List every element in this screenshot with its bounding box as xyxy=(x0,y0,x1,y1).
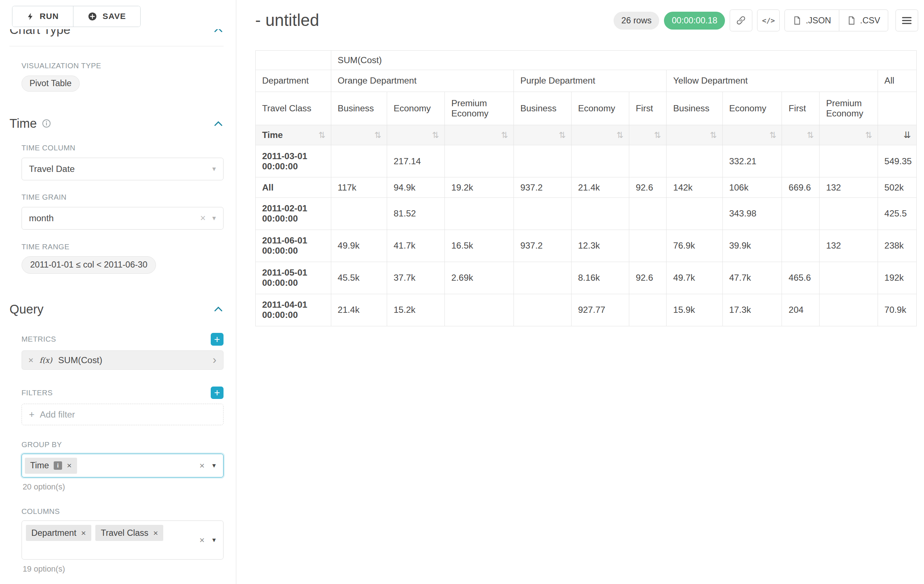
time-grain-control: TIME GRAIN month × ▾ xyxy=(21,193,223,230)
metric-option[interactable]: × f(x) SUM(Cost) › xyxy=(21,350,223,370)
chevron-right-icon[interactable]: › xyxy=(213,354,216,366)
metric-header-row: SUM(Cost) xyxy=(255,51,916,70)
table-row: 2011-02-01 00:00:0081.52343.98425.5 xyxy=(255,197,916,230)
value-cell xyxy=(513,145,571,178)
value-cell xyxy=(782,197,820,230)
sort-icon[interactable]: ⇅ xyxy=(654,131,661,140)
chevron-up-icon[interactable] xyxy=(213,29,223,35)
value-cell: 332.21 xyxy=(723,145,782,178)
chip-remove-icon[interactable]: × xyxy=(81,528,86,538)
info-icon xyxy=(42,119,51,128)
sort-cell: ⇅ xyxy=(629,125,667,145)
travel-class-dimension-label: Travel Class xyxy=(262,103,312,113)
row-label: 2011-05-01 00:00:00 xyxy=(255,262,331,294)
embed-code-button[interactable]: </> xyxy=(757,10,780,31)
query-section-header[interactable]: Query xyxy=(10,302,223,316)
time-range-control: TIME RANGE 2011-01-01 ≤ col < 2011-06-30 xyxy=(21,243,223,274)
columns-chip-department[interactable]: Department × xyxy=(26,525,91,541)
time-section-header[interactable]: Time xyxy=(10,117,223,131)
group-header-label: Purple Department xyxy=(520,76,595,86)
sort-icon[interactable]: ⇅ xyxy=(865,131,872,140)
class-header-label: First xyxy=(789,103,806,113)
export-csv-button[interactable]: .CSV xyxy=(839,10,888,31)
filters-label: FILTERS xyxy=(21,389,53,397)
time-grain-select[interactable]: month × ▾ xyxy=(21,207,223,230)
toolbar: RUN SAVE xyxy=(12,6,224,26)
menu-button[interactable] xyxy=(896,10,918,31)
value-cell xyxy=(629,145,667,178)
value-cell: 937.2 xyxy=(513,230,571,262)
chevron-up-icon[interactable] xyxy=(213,304,223,314)
value-cell: 49.7k xyxy=(667,262,723,294)
value-cell: 937.2 xyxy=(513,178,571,197)
run-button[interactable]: RUN xyxy=(12,6,73,26)
save-button[interactable]: SAVE xyxy=(73,6,140,26)
export-json-button[interactable]: .JSON xyxy=(784,10,839,31)
group-header-cell: Orange Department xyxy=(331,70,513,92)
chevron-up-icon[interactable] xyxy=(213,118,223,129)
query-timer-badge: 00:00:00.18 xyxy=(664,12,725,30)
chart-panel: - untitled 26 rows 00:00:00.18 </> .JSON xyxy=(236,0,924,584)
sort-icon[interactable]: ⇅ xyxy=(710,131,717,140)
clear-icon[interactable]: × xyxy=(200,212,206,224)
sort-icon[interactable]: ⇅ xyxy=(501,131,508,140)
sort-desc-icon[interactable]: ⇊ xyxy=(904,131,911,140)
value-cell: 927.77 xyxy=(571,294,629,326)
group-by-label-row: GROUP BY xyxy=(21,441,223,449)
time-range-value[interactable]: 2011-01-01 ≤ col < 2011-06-30 xyxy=(21,256,156,273)
section-divider xyxy=(10,46,223,46)
value-cell xyxy=(667,145,723,178)
department-dimension-cell: Department xyxy=(255,70,331,92)
value-cell: 15.2k xyxy=(387,294,444,326)
sort-icon[interactable]: ⇅ xyxy=(617,131,624,140)
value-cell: 502k xyxy=(878,178,916,197)
remove-metric-icon[interactable]: × xyxy=(28,355,34,365)
visualization-type-value[interactable]: Pivot Table xyxy=(21,76,79,92)
time-column-select[interactable]: Travel Date ▾ xyxy=(21,158,223,180)
group-by-select[interactable]: Time i × × ▼ xyxy=(21,454,223,477)
sort-icon[interactable]: ⇅ xyxy=(318,131,325,140)
class-header-label: Premium Economy xyxy=(451,98,488,118)
clear-icon[interactable]: × xyxy=(200,535,205,545)
caret-down-icon: ▾ xyxy=(212,165,216,173)
columns-label-row: COLUMNS xyxy=(21,507,223,516)
caret-down-icon[interactable]: ▼ xyxy=(211,462,217,469)
sort-icon[interactable]: ⇅ xyxy=(432,131,439,140)
chip-remove-icon[interactable]: × xyxy=(153,528,158,538)
group-by-options-hint: 20 option(s) xyxy=(23,482,223,492)
sort-icon[interactable]: ⇅ xyxy=(807,131,814,140)
class-header-label: Business xyxy=(520,103,557,113)
chip-remove-icon[interactable]: × xyxy=(67,461,72,470)
value-cell xyxy=(444,197,513,230)
value-cell xyxy=(820,294,878,326)
chip-label: Department xyxy=(31,528,76,538)
sort-icon[interactable]: ⇅ xyxy=(375,131,381,140)
value-cell: 41.7k xyxy=(387,230,444,262)
chart-title[interactable]: - untitled xyxy=(255,11,319,30)
add-filter-button[interactable]: + Add filter xyxy=(21,404,223,425)
sort-cell: ⇅ xyxy=(820,125,878,145)
columns-select[interactable]: Department × Travel Class × × ▼ xyxy=(21,520,223,560)
group-by-chip-time[interactable]: Time i × xyxy=(25,458,77,474)
sort-icon[interactable]: ⇅ xyxy=(769,131,776,140)
add-filter-plus-button[interactable]: + xyxy=(211,387,223,399)
add-metric-button[interactable]: + xyxy=(211,333,223,345)
visualization-type-control: VISUALIZATION TYPE Pivot Table xyxy=(21,62,223,92)
time-dimension-cell: Time⇅ xyxy=(255,125,331,145)
value-cell xyxy=(629,197,667,230)
value-cell: 2.69k xyxy=(444,262,513,294)
copy-link-button[interactable] xyxy=(730,10,752,31)
caret-down-icon[interactable]: ▼ xyxy=(211,536,217,543)
csv-file-icon xyxy=(847,16,856,25)
value-cell: 17.3k xyxy=(723,294,782,326)
json-file-icon xyxy=(792,16,801,25)
columns-chip-travel-class[interactable]: Travel Class × xyxy=(95,525,163,541)
class-header-cell: Business xyxy=(513,92,571,125)
time-grain-label: TIME GRAIN xyxy=(21,193,223,201)
value-cell: 39.9k xyxy=(723,230,782,262)
sort-icon[interactable]: ⇅ xyxy=(559,131,566,140)
class-header-cell: Premium Economy xyxy=(820,92,878,125)
metric-header-cell: SUM(Cost) xyxy=(331,51,916,70)
chip-label: Time xyxy=(30,461,49,470)
clear-icon[interactable]: × xyxy=(200,461,205,471)
